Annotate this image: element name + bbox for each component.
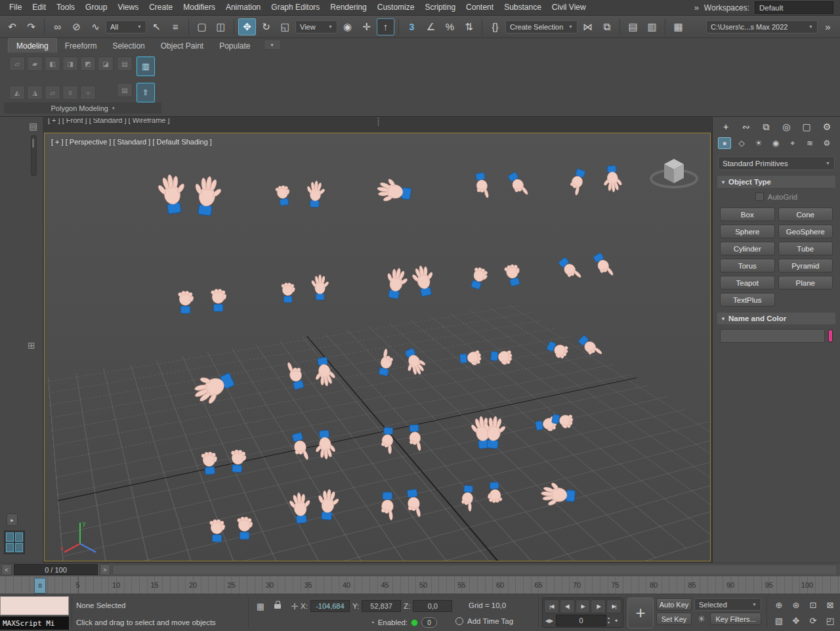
reference-coordinate-system-dropdown[interactable]: View▼ [295, 20, 337, 33]
polygon-tool-button[interactable]: ▤ [117, 83, 133, 97]
sphere-button[interactable]: Sphere [720, 225, 775, 238]
hand-object[interactable] [483, 479, 507, 511]
menu-item-scripting[interactable]: Scripting [419, 0, 461, 15]
timeline-ruler[interactable]: 0 51015202530354045505560657075808590951… [0, 576, 840, 594]
viewport-layout-tabs[interactable] [4, 531, 25, 554]
hand-object[interactable] [408, 262, 440, 301]
previous-frame-button[interactable]: ◀| [560, 599, 575, 613]
snaps-toggle-3d-icon[interactable]: 3 [403, 18, 421, 35]
percent-snap-icon[interactable]: % [441, 18, 459, 35]
tube-button[interactable]: Tube [778, 242, 833, 255]
pyramid-button[interactable]: Pyramid [778, 259, 833, 272]
utilities-tab-icon[interactable]: ⚙ [820, 121, 833, 133]
angle-snap-icon[interactable]: ∠ [422, 18, 440, 35]
vertical-slider[interactable] [31, 135, 37, 176]
zoom-region-icon[interactable]: ▧ [770, 613, 788, 628]
zoom-extents-all-icon[interactable]: ⊠ [822, 597, 839, 613]
project-folder-dropdown[interactable]: C:\Users\c...s Max 2022▼ [706, 20, 818, 33]
hand-object[interactable] [284, 429, 315, 466]
hand-object[interactable] [398, 343, 430, 380]
polygon-tool-button[interactable]: ◪ [98, 56, 114, 71]
polygon-tool-button[interactable]: ◭ [9, 85, 25, 100]
select-and-rotate-icon[interactable]: ↻ [257, 18, 275, 35]
hand-object[interactable] [572, 329, 608, 365]
ribbon-tab-populate[interactable]: Populate [211, 39, 258, 53]
menu-item-substance[interactable]: Substance [499, 0, 547, 15]
add-time-tag[interactable]: Add Time Tag [455, 617, 513, 625]
polygon-tool-button[interactable]: ◊ [62, 85, 78, 100]
hand-object[interactable] [174, 283, 198, 315]
polygon-tool-button[interactable]: ○ [80, 85, 96, 100]
align-icon[interactable]: ⧉ [598, 18, 616, 35]
menu-item-tools[interactable]: Tools [51, 0, 80, 15]
key-step-toggle-icon[interactable]: ◀▶ [544, 615, 555, 626]
polygon-tool-button[interactable]: ◨ [62, 56, 78, 71]
orbit-icon[interactable]: ⟳ [805, 613, 822, 628]
key-mode-icon[interactable]: ✦ [611, 615, 621, 626]
ribbon-tab-selection[interactable]: Selection [104, 39, 152, 53]
helpers-category-icon[interactable]: ⌖ [786, 137, 799, 149]
hand-object[interactable] [205, 511, 229, 544]
go-to-start-button[interactable]: |◀ [544, 599, 559, 613]
window-crossing-icon[interactable]: ◫ [212, 18, 230, 35]
mirror-icon[interactable]: ⋈ [579, 18, 597, 35]
polygon-tool-button[interactable]: ◩ [80, 56, 96, 71]
name-color-rollout[interactable]: ▾ Name and Color [717, 313, 835, 324]
isolate-selection-icon[interactable]: ▦ [253, 599, 268, 613]
teapot-button[interactable]: Teapot [720, 276, 775, 290]
hand-object[interactable] [233, 509, 257, 541]
hand-object[interactable] [562, 164, 592, 200]
hand-object[interactable] [270, 177, 296, 209]
polygon-tool-button[interactable]: ▱ [9, 56, 25, 71]
go-to-end-button[interactable]: ▶| [606, 599, 621, 613]
menu-item-rendering[interactable]: Rendering [325, 0, 371, 15]
textplus-button[interactable]: TextPlus [720, 293, 775, 307]
select-and-link-icon[interactable]: ∞ [49, 18, 66, 35]
maxscript-mini-listener[interactable] [0, 596, 69, 615]
toggle-layer-explorer-icon[interactable]: ▥ [643, 18, 661, 35]
set-keys-button[interactable]: + [627, 598, 654, 628]
current-frame-field[interactable]: 0 [556, 615, 606, 626]
cylinder-button[interactable]: Cylinder [720, 242, 775, 255]
hand-object[interactable] [600, 163, 625, 194]
use-pivot-point-center-icon[interactable]: ◉ [339, 18, 356, 35]
viewport-tools-icon[interactable]: ▤ [29, 121, 37, 131]
menu-item-customize[interactable]: Customize [372, 0, 420, 15]
hand-object[interactable] [381, 265, 412, 303]
hand-object[interactable] [488, 345, 520, 370]
polygon-tool-button[interactable]: ▤ [117, 56, 133, 71]
auto-key-button[interactable]: Auto Key [656, 598, 692, 611]
hand-object[interactable] [310, 354, 339, 390]
select-and-manipulate-icon[interactable]: ✛ [358, 18, 375, 35]
pan-view-icon[interactable]: ✥ [788, 613, 805, 628]
ribbon-tab-freeform[interactable]: Freeform [57, 39, 105, 53]
menu-item-animation[interactable]: Animation [220, 0, 266, 15]
shapes-category-icon[interactable]: ◇ [735, 137, 748, 149]
menu-item-content[interactable]: Content [461, 0, 499, 15]
key-filters-button[interactable]: Key Filters... [710, 613, 761, 625]
viewport-splitter[interactable]: ┊ [376, 118, 381, 126]
display-tab-icon[interactable]: ▢ [800, 121, 813, 133]
key-filters-icon[interactable]: ✳ [694, 612, 709, 625]
hand-object[interactable] [280, 357, 311, 394]
hand-object[interactable] [304, 179, 328, 210]
viewcube[interactable] [647, 152, 701, 195]
lights-category-icon[interactable]: ☀ [752, 137, 765, 149]
y-coordinate-field[interactable]: 52,837 [362, 600, 401, 612]
hand-object[interactable] [375, 424, 400, 456]
expand-tray-button[interactable]: ▸ [7, 513, 18, 526]
workspaces-dropdown[interactable]: Default [755, 1, 833, 14]
hand-object[interactable] [498, 255, 527, 290]
bind-to-space-warp-icon[interactable]: ∿ [87, 18, 104, 35]
hand-object[interactable] [464, 257, 495, 294]
polygon-tool-button[interactable]: ⇧ [136, 83, 155, 102]
ribbon-tab-overflow-icon[interactable]: ▾ [264, 39, 281, 50]
hand-object[interactable] [186, 362, 242, 411]
toggle-ribbon-icon[interactable]: ▦ [669, 18, 687, 35]
undo-icon[interactable]: ↶ [3, 18, 21, 35]
hand-object[interactable] [373, 174, 415, 207]
x-coordinate-field[interactable]: -104,684 [310, 600, 350, 612]
polygon-tool-button[interactable]: ◧ [45, 56, 60, 71]
hand-object[interactable] [552, 251, 587, 288]
menu-item-views[interactable]: Views [112, 0, 144, 15]
